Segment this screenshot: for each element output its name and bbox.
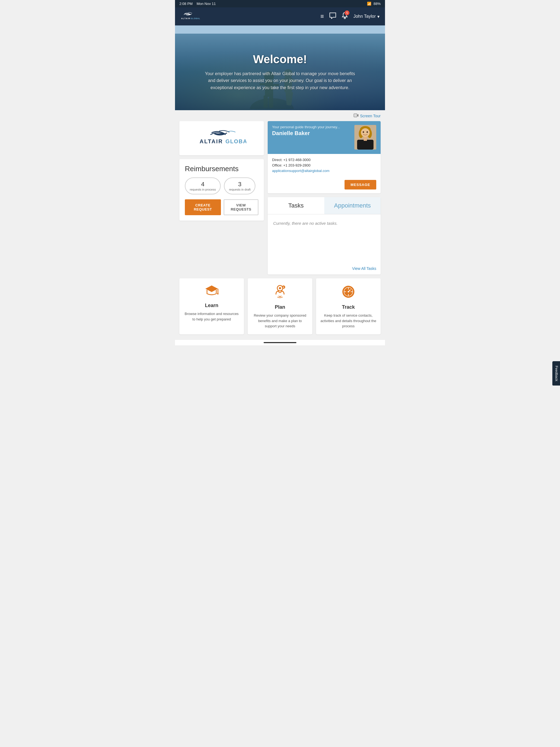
home-indicator bbox=[175, 340, 385, 345]
wifi-icon: 📶 bbox=[367, 2, 371, 6]
svg-point-30 bbox=[217, 293, 219, 294]
status-time: 2:08 PM bbox=[179, 2, 193, 6]
video-icon bbox=[354, 113, 358, 119]
track-icon bbox=[321, 285, 376, 301]
tasks-card: Tasks Appointments Currently, there are … bbox=[268, 197, 381, 275]
svg-text:ALTAIR: ALTAIR bbox=[200, 138, 223, 145]
svg-point-32 bbox=[279, 287, 281, 289]
status-date: Mon Nov 11 bbox=[197, 2, 216, 6]
tab-tasks[interactable]: Tasks bbox=[268, 197, 324, 214]
track-card[interactable]: Track Keep track of service contacts, ac… bbox=[316, 278, 381, 334]
altair-logo-card: ALTAIR GLOBAL bbox=[197, 129, 246, 147]
svg-rect-9 bbox=[269, 96, 273, 108]
screen-tour-link[interactable]: Screen Tour bbox=[360, 114, 381, 118]
track-desc: Keep track of service contacts, activiti… bbox=[321, 313, 376, 329]
svg-point-2 bbox=[344, 18, 346, 19]
track-title: Track bbox=[321, 304, 376, 310]
learn-icon bbox=[184, 285, 239, 300]
svg-text:GLOBAL: GLOBAL bbox=[225, 138, 246, 145]
reimbursements-stats: 4 requests in process 3 requests in draf… bbox=[185, 177, 258, 195]
svg-point-25 bbox=[363, 131, 364, 133]
screen-tour-row: Screen Tour bbox=[179, 113, 381, 119]
svg-text:GLOBAL: GLOBAL bbox=[190, 18, 200, 19]
status-bar: 2:08 PM Mon Nov 11 📶 88% bbox=[175, 0, 385, 7]
notification-count: 5 bbox=[345, 10, 350, 15]
tasks-body: Currently, there are no active tasks. bbox=[268, 214, 381, 264]
reimbursements-buttons: CREATE REQUEST VIEW REQUESTS bbox=[185, 199, 258, 215]
menu-icon[interactable]: ≡ bbox=[321, 13, 324, 20]
guide-avatar bbox=[354, 125, 376, 150]
hero-title: Welcome! bbox=[203, 53, 357, 66]
plan-desc: Review your company sponsored benefits a… bbox=[252, 313, 308, 329]
stat-in-draft-number: 3 bbox=[229, 181, 251, 188]
stat-in-process: 4 requests in process bbox=[185, 177, 221, 195]
main-content: Screen Tour ALTAIR GLOBAL bbox=[175, 110, 385, 340]
svg-text:$: $ bbox=[283, 286, 284, 288]
hero-content: Welcome! Your employer has partnered wit… bbox=[203, 53, 357, 91]
hero-subtitle: Your employer has partnered with Altair … bbox=[203, 70, 357, 91]
reimbursements-card: Reimbursements 4 requests in process 3 r… bbox=[179, 159, 264, 221]
no-tasks-message: Currently, there are no active tasks. bbox=[273, 221, 338, 226]
stat-in-process-number: 4 bbox=[190, 181, 216, 188]
guide-office: Office: +1 203-929-2800 bbox=[272, 163, 376, 168]
right-column: Your personal guide through your journey… bbox=[268, 121, 381, 275]
svg-point-26 bbox=[367, 131, 368, 133]
guide-photo bbox=[354, 125, 376, 150]
logo-card-inner: ALTAIR GLOBAL bbox=[197, 129, 246, 147]
tab-appointments[interactable]: Appointments bbox=[324, 197, 381, 214]
navbar: ALTAIR GLOBAL ≡ 5 John Taylor ▾ bbox=[175, 7, 385, 25]
learn-card[interactable]: Learn Browse information and resources t… bbox=[179, 278, 244, 334]
guide-email[interactable]: applicationsupport@altairglobal.com bbox=[272, 169, 376, 173]
svg-rect-16 bbox=[354, 114, 357, 117]
svg-text:ALTAIR: ALTAIR bbox=[181, 18, 190, 19]
altair-global-logo: ALTAIR GLOBAL bbox=[180, 11, 208, 22]
learn-title: Learn bbox=[184, 303, 239, 308]
navbar-right: ≡ 5 John Taylor ▾ bbox=[321, 12, 380, 21]
stat-in-process-label: requests in process bbox=[190, 188, 216, 191]
plan-title: Plan bbox=[252, 304, 308, 310]
battery-level: 88% bbox=[374, 2, 381, 6]
guide-text: Your personal guide through your journey… bbox=[272, 125, 340, 136]
guide-direct: Direct: +1 972-468-3000 bbox=[272, 158, 376, 162]
chat-icon[interactable] bbox=[329, 12, 336, 21]
guide-contact: Direct: +1 972-468-3000 Office: +1 203-9… bbox=[268, 154, 381, 180]
plan-card[interactable]: $ Plan Review your company sponsored ben… bbox=[248, 278, 312, 334]
svg-rect-28 bbox=[364, 137, 367, 141]
guide-footer: MESSAGE bbox=[268, 180, 381, 193]
learn-desc: Browse information and resources to help… bbox=[184, 311, 239, 322]
reimbursements-title: Reimbursements bbox=[185, 164, 258, 173]
status-time-date: 2:08 PM Mon Nov 11 bbox=[179, 2, 216, 6]
left-column: ALTAIR GLOBAL Reimbursements 4 requests … bbox=[179, 121, 264, 275]
create-request-button[interactable]: CREATE REQUEST bbox=[185, 199, 221, 215]
notifications-icon[interactable]: 5 bbox=[342, 12, 348, 21]
logo-card: ALTAIR GLOBAL bbox=[179, 121, 264, 155]
tasks-footer: View All Tasks bbox=[268, 264, 381, 275]
stat-in-draft: 3 requests in draft bbox=[224, 177, 255, 195]
hero-banner: Welcome! Your employer has partnered wit… bbox=[175, 34, 385, 110]
view-requests-button[interactable]: VIEW REQUESTS bbox=[224, 199, 258, 215]
view-all-tasks-link[interactable]: View All Tasks bbox=[352, 266, 376, 271]
svg-rect-27 bbox=[357, 140, 374, 150]
svg-rect-8 bbox=[263, 96, 268, 108]
guide-name: Danielle Baker bbox=[272, 130, 340, 136]
guide-intro: Your personal guide through your journey… bbox=[272, 125, 340, 129]
blue-band bbox=[175, 25, 385, 34]
bottom-cards-row: Learn Browse information and resources t… bbox=[179, 278, 381, 334]
tasks-tabs: Tasks Appointments bbox=[268, 197, 381, 214]
message-button[interactable]: MESSAGE bbox=[345, 180, 376, 189]
guide-card: Your personal guide through your journey… bbox=[268, 121, 381, 193]
stat-in-draft-label: requests in draft bbox=[229, 188, 251, 191]
svg-point-24 bbox=[361, 128, 370, 137]
user-menu[interactable]: John Taylor ▾ bbox=[353, 14, 380, 19]
two-column-layout: ALTAIR GLOBAL Reimbursements 4 requests … bbox=[179, 121, 381, 275]
plan-icon: $ bbox=[252, 285, 308, 301]
user-name-text: John Taylor bbox=[353, 14, 376, 19]
dropdown-icon: ▾ bbox=[377, 14, 380, 19]
guide-header: Your personal guide through your journey… bbox=[268, 121, 381, 154]
navbar-logo: ALTAIR GLOBAL bbox=[180, 11, 208, 22]
svg-point-37 bbox=[348, 291, 349, 292]
home-bar bbox=[263, 342, 297, 343]
